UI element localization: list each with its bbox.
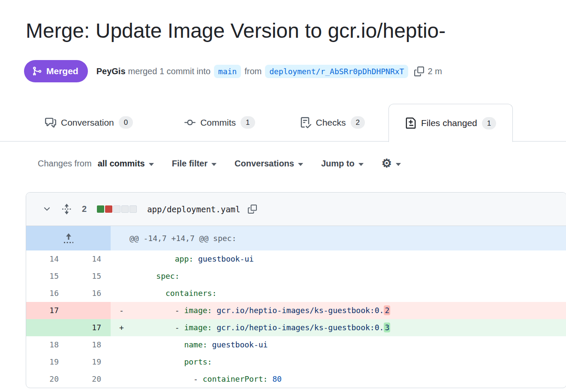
tab-commits[interactable]: Commits 1 [172, 104, 268, 141]
chevron-down-icon [298, 163, 303, 166]
head-branch-link[interactable]: deployment/r_AbSRr0pDhDHPNRxT [265, 65, 408, 78]
code-line: - image: gcr.io/heptio-images/ks-guestbo… [138, 302, 566, 319]
line-number-new[interactable] [68, 302, 111, 319]
chevron-down-icon [358, 163, 364, 166]
line-number-old[interactable]: 16 [26, 285, 68, 302]
pr-tab-nav: Conversation 0 Commits 1 Checks 2 Files … [0, 104, 566, 142]
diff-marker: + [111, 319, 138, 336]
jump-to-label: Jump to [321, 159, 355, 169]
file-changes-count: 2 [82, 204, 87, 214]
file-filter-dropdown[interactable]: File filter [172, 159, 217, 169]
line-number-old[interactable]: 20 [26, 371, 68, 388]
line-number-old[interactable] [26, 319, 68, 336]
collapse-file-chevron-icon[interactable] [42, 205, 51, 214]
tab-label: Checks [316, 118, 346, 128]
diff-row: 1414 app: guestbook-ui [26, 250, 566, 268]
comment-discussion-icon [45, 117, 56, 128]
diff-marker: - [111, 302, 138, 319]
diffstat-block-deletion [105, 205, 112, 213]
pr-meta-row: Merged PeyGis merged 1 commit into main … [24, 60, 442, 82]
diff-row: 17- - image: gcr.io/heptio-images/ks-gue… [26, 302, 566, 319]
file-filter-label: File filter [172, 159, 208, 169]
merge-action-text: merged 1 commit into [128, 66, 211, 76]
tab-label: Commits [200, 118, 236, 128]
line-number-old[interactable]: 17 [26, 302, 68, 319]
diff-settings-dropdown[interactable]: ⚙ [382, 158, 401, 169]
code-line: - image: gcr.io/heptio-images/ks-guestbo… [138, 319, 566, 336]
diff-lines: 1414 app: guestbook-ui1515 spec:1616 con… [26, 250, 566, 388]
line-number-new[interactable]: 17 [68, 319, 111, 336]
file-name-link[interactable]: app/deployment.yaml [147, 205, 240, 214]
line-number-new[interactable]: 18 [68, 336, 111, 353]
git-commit-icon [184, 117, 196, 128]
line-number-old[interactable]: 18 [26, 336, 68, 353]
code-line: - containerPort: 80 [138, 371, 566, 388]
chevron-down-icon [396, 163, 401, 166]
code-line: spec: [138, 268, 566, 285]
tab-files-changed[interactable]: Files changed 1 [388, 104, 513, 142]
diff-row: 1515 spec: [26, 268, 566, 285]
conversations-dropdown[interactable]: Conversations [235, 159, 303, 169]
file-diff-icon [405, 118, 416, 129]
diff-marker [111, 336, 138, 353]
copy-branch-button[interactable] [414, 66, 424, 76]
diff-row: 2020 - containerPort: 80 [26, 371, 566, 388]
author-link[interactable]: PeyGis [96, 66, 126, 76]
file-diff-card: 2 app/deployment.yaml @@ -14,7 +14,7 @@ … [26, 192, 566, 388]
expand-hunk-button[interactable] [26, 226, 111, 250]
chevron-down-icon [211, 163, 217, 166]
line-number-old[interactable]: 19 [26, 353, 68, 371]
line-number-old[interactable]: 14 [26, 250, 68, 268]
diff-row: 1818 name: guestbook-ui [26, 336, 566, 353]
copy-icon [414, 66, 424, 76]
gear-icon: ⚙ [382, 158, 392, 169]
diff-marker [111, 268, 138, 285]
chevron-down-icon [149, 163, 154, 166]
code-line: name: guestbook-ui [138, 336, 566, 353]
status-badge-merged: Merged [24, 60, 88, 82]
diffstat-block-neutral [129, 205, 137, 213]
tab-label: Files changed [421, 118, 477, 128]
file-header: 2 app/deployment.yaml [26, 193, 566, 226]
line-number-new[interactable]: 16 [68, 285, 111, 302]
tab-checks[interactable]: Checks 2 [287, 104, 378, 141]
changes-from-dropdown[interactable]: Changes from all commits [38, 159, 154, 169]
copy-file-path-button[interactable] [248, 205, 257, 214]
changes-from-value: all commits [98, 159, 145, 169]
git-merge-icon [32, 66, 42, 76]
status-badge-label: Merged [46, 66, 78, 76]
changes-from-label: Changes from [38, 159, 92, 169]
diff-marker [111, 353, 138, 371]
tab-counter: 1 [482, 117, 496, 130]
code-line: app: guestbook-ui [138, 250, 566, 268]
diff-marker [111, 250, 138, 268]
diff-row: 1616 containers: [26, 285, 566, 302]
diff-row: 17+ - image: gcr.io/heptio-images/ks-gue… [26, 319, 566, 336]
conversations-label: Conversations [235, 159, 294, 169]
hunk-header-text: @@ -14,7 +14,7 @@ spec: [111, 226, 566, 250]
diff-row: 1919 ports: [26, 353, 566, 371]
code-line: containers: [138, 285, 566, 302]
line-number-old[interactable]: 15 [26, 268, 68, 285]
tab-counter: 2 [351, 116, 365, 129]
from-text: from [244, 66, 262, 76]
hunk-header-row: @@ -14,7 +14,7 @@ spec: [26, 226, 566, 250]
tab-conversation[interactable]: Conversation 0 [32, 104, 146, 141]
line-number-new[interactable]: 15 [68, 268, 111, 285]
diffstat-block-addition [97, 205, 104, 213]
jump-to-dropdown[interactable]: Jump to [321, 159, 364, 169]
timestamp: 2 m [428, 66, 442, 76]
line-number-new[interactable]: 19 [68, 353, 111, 371]
line-number-new[interactable]: 14 [68, 250, 111, 268]
base-branch-link[interactable]: main [214, 65, 241, 78]
diffstat-block-neutral [113, 205, 120, 213]
expand-up-icon [60, 233, 77, 244]
diff-toolbar: Changes from all commits File filter Con… [38, 158, 401, 169]
tab-counter: 1 [241, 116, 255, 129]
drag-handle-icon[interactable] [62, 204, 72, 214]
page-title: Merge: Update Image Version to gcr.io/he… [26, 19, 566, 42]
line-number-new[interactable]: 20 [68, 371, 111, 388]
code-line: ports: [138, 353, 566, 371]
diff-marker [111, 285, 138, 302]
tab-counter: 0 [119, 116, 133, 129]
